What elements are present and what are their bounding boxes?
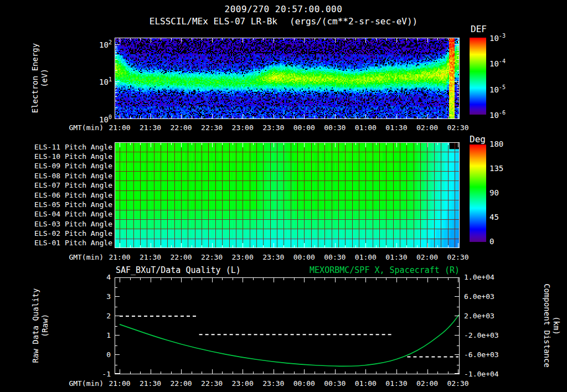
deg-colorbar-title: Deg [470,134,486,145]
time-tick-label: 00:30 [319,253,350,261]
time-tick-label: 22:30 [197,253,228,261]
time-tick-label: 02:30 [442,379,473,388]
distance-tick-label: -1.0e+04 [464,370,499,378]
time-axis-label: GMT(min) [53,253,104,261]
pitch-angle-canvas [115,142,460,248]
energy-tick-label: 100 [86,114,112,124]
pitch-row-label: ELS-02 Pitch Angle [30,229,112,238]
quality-tick-label: -1 [84,370,111,378]
time-tick-label: 02:00 [412,379,443,388]
power-base: 10 [99,78,109,86]
distance-tick-label: 1.0e+04 [464,273,494,281]
pitch-row-label: ELS-09 Pitch Angle [30,162,112,170]
pitch-row-label: ELS-03 Pitch Angle [30,220,112,228]
time-tick-label: 01:00 [350,253,381,261]
distance-tick-label: 2.0e+03 [464,312,494,320]
time-tick-label: 22:00 [166,253,197,261]
power-exponent: -3 [499,33,506,39]
distance-tick-label: 6.0e+03 [464,292,494,301]
mex-els-browse-plot-screen: { "header": { "timestamp": "2009/270 20:… [0,0,567,392]
quality-distance-canvas [115,277,460,374]
power-exponent: 1 [109,76,112,82]
power-exponent: 2 [109,39,112,45]
time-tick-label: 21:30 [135,379,166,388]
time-tick-label: 01:00 [350,379,381,388]
time-axis-label: GMT(min) [53,123,104,132]
time-axis-label: GMT(min) [53,379,104,388]
quality-axis-title: Raw Data Quality (Raw) [31,288,50,363]
quality-tick-label: 0 [84,350,111,359]
time-tick-label: 00:00 [288,379,319,388]
def-colorbar [470,38,486,115]
power-exponent: 0 [109,114,112,120]
time-tick-label: 00:30 [319,123,350,132]
distance-tick-label: -2.0e+03 [464,331,499,339]
dataset-name: ELSSCIL/MEx ELS-07 LR-Bk [150,16,277,27]
def-colorbar-tick-label: 10-4 [489,58,506,68]
pitch-row-label: ELS-08 Pitch Angle [30,172,112,180]
time-tick-label: 23:00 [227,253,258,261]
pitch-row-label: ELS-10 Pitch Angle [30,152,112,161]
time-tick-label: 01:30 [381,123,412,132]
time-tick-label: 00:30 [319,379,350,388]
def-colorbar-tick-label: 10-5 [489,84,506,94]
power-base: 10 [489,111,499,120]
distance-axis-name-line: Component Distance [542,283,551,368]
panel3-right-title: MEXORBMC/SPF X, Spacecraft (R) [115,265,460,275]
energy-axis-title: Electron Energy (eV) [30,43,49,113]
electron-spectrogram-canvas [115,38,460,119]
power-base: 10 [99,115,109,124]
time-tick-label: 21:00 [104,123,135,132]
deg-colorbar [470,145,486,242]
quality-tick-label: 4 [84,273,111,281]
time-tick-label: 22:30 [197,123,228,132]
deg-colorbar-tick-label: 90 [489,188,499,197]
energy-axis-title-line1: Electron Energy [30,43,40,113]
pitch-row-label: ELS-05 Pitch Angle [30,200,112,209]
pitch-row-label: ELS-01 Pitch Angle [30,239,112,247]
def-colorbar-tick-label: 10-3 [489,33,506,43]
time-tick-label: 02:30 [442,253,473,261]
def-colorbar-tick-label: 10-6 [489,110,506,120]
deg-colorbar-tick-label: 45 [489,213,499,221]
time-tick-label: 00:00 [288,123,319,132]
energy-tick-label: 101 [86,76,112,86]
pitch-row-label: ELS-04 Pitch Angle [30,210,112,218]
deg-colorbar-tick-label: 180 [489,140,503,148]
time-tick-label: 02:00 [412,253,443,261]
quality-tick-label: 2 [84,312,111,320]
time-tick-label: 21:30 [135,123,166,132]
quality-tick-label: 3 [84,292,111,301]
distance-axis-title: (km) Component Distance [542,283,561,368]
time-tick-label: 23:00 [227,379,258,388]
time-tick-label: 02:30 [442,123,473,132]
time-tick-label: 23:00 [227,123,258,132]
time-tick-label: 00:00 [288,253,319,261]
time-tick-label: 02:00 [412,123,443,132]
def-colorbar-title: DEF [471,24,487,34]
time-tick-label: 23:30 [258,253,289,261]
power-exponent: -6 [499,110,506,116]
time-tick-label: 21:00 [104,379,135,388]
quality-axis-title-line1: Raw Data Quality [31,288,40,363]
energy-tick-label: 102 [86,39,112,49]
energy-axis-title-line2: (eV) [40,43,49,113]
pitch-row-label: ELS-06 Pitch Angle [30,191,112,199]
time-tick-label: 22:30 [197,379,228,388]
time-tick-label: 01:30 [381,253,412,261]
time-tick-label: 22:00 [166,123,197,132]
distance-tick-label: -6.0e+03 [464,350,499,359]
power-base: 10 [489,85,499,94]
time-tick-label: 21:30 [135,253,166,261]
timestamp-title: 2009/270 20:57:00.000 [0,4,567,14]
power-exponent: -4 [499,58,506,64]
dataset-units: (ergs/(cm**2-sr-sec-eV)) [290,16,417,27]
time-tick-label: 23:30 [258,123,289,132]
time-tick-label: 23:30 [258,379,289,388]
time-tick-label: 01:00 [350,123,381,132]
deg-colorbar-tick-label: 135 [489,164,503,173]
power-base: 10 [489,34,499,43]
time-tick-label: 21:00 [104,253,135,261]
pitch-row-label: ELS-07 Pitch Angle [30,181,112,189]
quality-axis-title-line2: (Raw) [40,288,50,363]
